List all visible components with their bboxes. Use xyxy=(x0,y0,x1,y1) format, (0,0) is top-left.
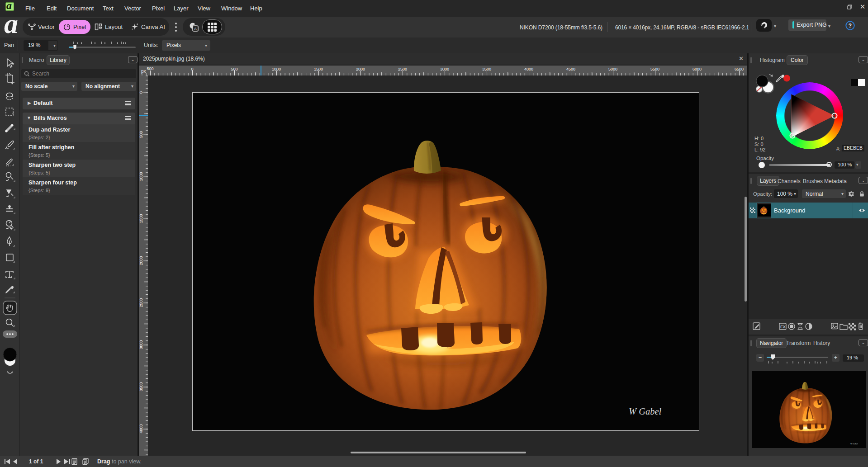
svg-text:4500: 4500 xyxy=(566,67,575,71)
svg-text:5000: 5000 xyxy=(608,67,617,71)
svg-text:1500: 1500 xyxy=(139,214,143,223)
svg-text:2000: 2000 xyxy=(139,256,143,265)
svg-text:500: 500 xyxy=(147,66,153,71)
svg-text:a: a xyxy=(4,20,18,35)
svg-text:6500: 6500 xyxy=(735,67,744,71)
svg-text:FX: FX xyxy=(780,324,786,329)
svg-text:1000: 1000 xyxy=(272,67,281,71)
svg-text:2500: 2500 xyxy=(139,298,143,307)
svg-text:5500: 5500 xyxy=(650,67,659,71)
svg-text:2500: 2500 xyxy=(398,67,407,71)
svg-text:1500: 1500 xyxy=(314,67,323,71)
svg-text:4000: 4000 xyxy=(139,425,143,434)
svg-text:4000: 4000 xyxy=(524,67,533,71)
svg-text:3000: 3000 xyxy=(139,340,143,349)
svg-text:px: px xyxy=(141,69,146,74)
svg-text:3500: 3500 xyxy=(139,382,143,392)
svg-text:6000: 6000 xyxy=(693,67,702,71)
svg-text:2000: 2000 xyxy=(356,67,365,71)
svg-text:?: ? xyxy=(849,23,852,29)
svg-text:A: A xyxy=(194,26,197,31)
svg-text:0: 0 xyxy=(191,67,193,71)
svg-text:3000: 3000 xyxy=(440,67,449,71)
svg-text:W Gabel: W Gabel xyxy=(629,406,662,416)
svg-text:0: 0 xyxy=(139,91,143,94)
svg-text:1000: 1000 xyxy=(139,172,143,181)
svg-text:500: 500 xyxy=(231,67,237,71)
svg-text:500: 500 xyxy=(139,131,143,138)
svg-text:3500: 3500 xyxy=(482,67,491,71)
